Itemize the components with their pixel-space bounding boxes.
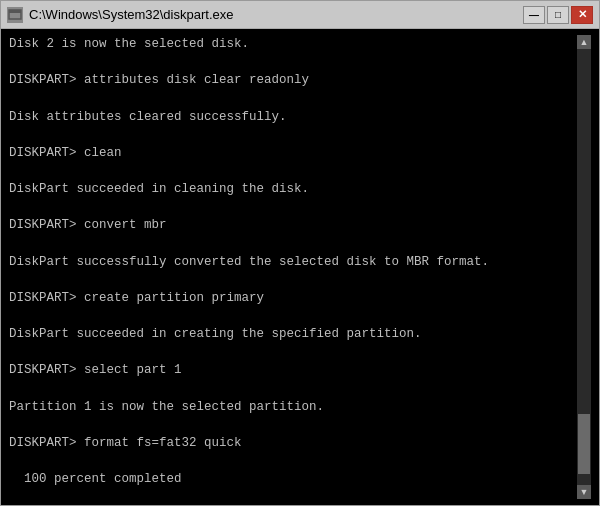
title-bar: C:\Windows\System32\diskpart.exe ─ □ ✕ bbox=[1, 1, 599, 29]
console-content: Disk 2 is now the selected disk. DISKPAR… bbox=[9, 35, 577, 499]
scrollbar[interactable]: ▲ ▼ bbox=[577, 35, 591, 499]
window: C:\Windows\System32\diskpart.exe ─ □ ✕ D… bbox=[0, 0, 600, 506]
console: Disk 2 is now the selected disk. DISKPAR… bbox=[1, 29, 599, 505]
window-title: C:\Windows\System32\diskpart.exe bbox=[29, 7, 233, 22]
scrollbar-up[interactable]: ▲ bbox=[577, 35, 591, 49]
console-output: Disk 2 is now the selected disk. DISKPAR… bbox=[9, 35, 577, 499]
svg-rect-1 bbox=[9, 10, 21, 13]
minimize-button[interactable]: ─ bbox=[523, 6, 545, 24]
scrollbar-track[interactable] bbox=[577, 49, 591, 485]
maximize-button[interactable]: □ bbox=[547, 6, 569, 24]
title-bar-left: C:\Windows\System32\diskpart.exe bbox=[7, 7, 233, 23]
scrollbar-down[interactable]: ▼ bbox=[577, 485, 591, 499]
close-button[interactable]: ✕ bbox=[571, 6, 593, 24]
window-icon bbox=[7, 7, 23, 23]
title-bar-buttons: ─ □ ✕ bbox=[523, 6, 593, 24]
scrollbar-thumb[interactable] bbox=[578, 414, 590, 474]
